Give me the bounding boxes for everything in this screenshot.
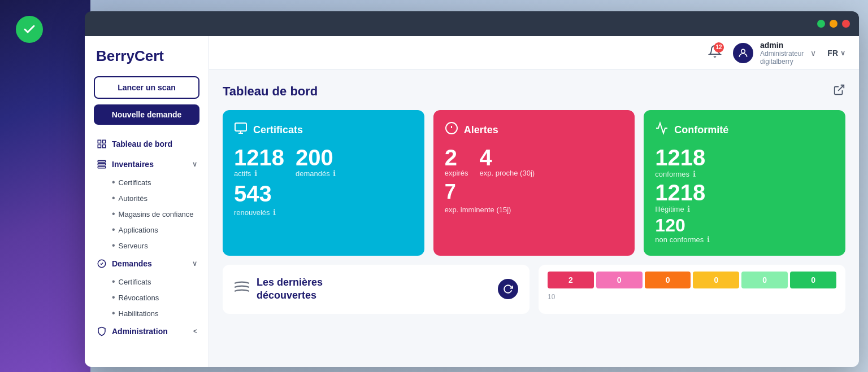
nav-sub-serveurs[interactable]: Serveurs xyxy=(107,238,202,253)
tableau-de-bord-label: Tableau de bord xyxy=(112,139,172,148)
sidebar-item-tableau-de-bord[interactable]: Tableau de bord xyxy=(92,134,202,154)
certificats-numbers: 1218 actifs ℹ 200 demandés ℹ xyxy=(234,146,413,178)
svg-rect-6 xyxy=(98,167,106,168)
sidebar-item-administration[interactable]: Administration < xyxy=(92,321,202,342)
conformite-illegitime-num: 1218 xyxy=(655,180,705,205)
certificats-actifs-group: 1218 actifs ℹ xyxy=(234,146,284,178)
chart-bar-1: 0 xyxy=(596,272,643,288)
certificats-demandes-group: 200 demandés ℹ xyxy=(296,146,336,178)
svg-rect-1 xyxy=(103,140,106,143)
sidebar-item-inventaires[interactable]: Inventaires ∨ xyxy=(92,154,202,174)
actifs-info-icon[interactable]: ℹ xyxy=(254,169,257,178)
conformite-non-conformes-group: 120 non conformes ℹ xyxy=(655,216,834,244)
chart-bar-0: 2 xyxy=(548,272,594,288)
administration-label: Administration xyxy=(112,327,168,336)
main-window: BerryCert Lancer un scan Nouvelle demand… xyxy=(85,11,859,367)
chart-bar-3: 0 xyxy=(693,272,739,288)
inventaires-label: Inventaires xyxy=(112,160,154,169)
language-label: FR xyxy=(827,49,838,58)
alertes-expires-group: 2 expirés xyxy=(445,146,468,177)
logo: BerryCert xyxy=(85,47,209,76)
refresh-button[interactable] xyxy=(498,279,518,299)
titlebar-dot-green[interactable] xyxy=(817,20,825,28)
conformite-illegitime-group: 1218 Illégitime ℹ xyxy=(655,181,834,214)
discovery-card: Les dernières découvertes xyxy=(223,265,530,314)
chart-bar-4: 0 xyxy=(741,272,788,288)
nav-sub-habilitations[interactable]: Habilitations xyxy=(107,305,202,321)
sidebar-buttons: Lancer un scan Nouvelle demande xyxy=(85,76,209,134)
background-decoration xyxy=(0,0,90,372)
user-chevron-icon: ∨ xyxy=(810,49,816,58)
alertes-card-header: Alertes xyxy=(445,121,624,138)
conformite-conformes-group: 1218 conformes ℹ xyxy=(655,146,834,179)
svg-rect-5 xyxy=(98,164,106,165)
right-panel: 12 admin Administrateur digitalberry ∨ xyxy=(209,36,859,367)
alertes-card: Alertes 2 expirés 4 exp. proche (30j) xyxy=(433,110,635,256)
certificats-actifs-label: actifs ℹ xyxy=(234,169,284,178)
nav-sub-certificats-dem[interactable]: Certificats xyxy=(107,274,202,290)
check-button[interactable] xyxy=(16,16,43,43)
certificats-card-header: Certificats xyxy=(234,121,413,138)
user-section[interactable]: admin Administrateur digitalberry ∨ xyxy=(733,41,816,65)
chart-bar-5: 0 xyxy=(790,272,836,288)
user-role: Administrateur digitalberry xyxy=(760,50,804,65)
conformite-illegitime-label: Illégitime ℹ xyxy=(655,205,690,213)
titlebar-dot-red[interactable] xyxy=(842,20,850,28)
language-selector[interactable]: FR ∨ xyxy=(827,49,845,58)
alertes-exp-proche-num: 4 xyxy=(480,146,535,169)
svg-rect-3 xyxy=(98,145,101,148)
illegitime-info-icon[interactable]: ℹ xyxy=(687,204,690,213)
chart-y-label: 10 xyxy=(548,293,836,301)
sidebar: BerryCert Lancer un scan Nouvelle demand… xyxy=(85,36,209,367)
tableau-de-bord-icon xyxy=(96,138,107,150)
nav-sub-revocations[interactable]: Révocations xyxy=(107,290,202,305)
conformite-non-conformes-label: non conformes ℹ xyxy=(655,235,710,244)
demandes-label: Demandes xyxy=(112,259,152,268)
conformite-card-header: Conformité xyxy=(655,121,834,138)
content-area: BerryCert Lancer un scan Nouvelle demand… xyxy=(85,36,859,367)
certificats-demandes-label: demandés ℹ xyxy=(296,169,336,178)
svg-rect-0 xyxy=(98,140,101,143)
user-name: admin xyxy=(760,41,804,50)
bottom-row: Les dernières découvertes 2 xyxy=(223,265,845,314)
svg-rect-2 xyxy=(103,145,106,148)
certificats-demandes-num: 200 xyxy=(296,146,336,169)
nav-sub-applications[interactable]: Applications xyxy=(107,222,202,238)
conformite-icon xyxy=(655,121,669,138)
certificats-icon xyxy=(234,121,248,138)
new-request-button[interactable]: Nouvelle demande xyxy=(94,104,199,125)
alertes-top-numbers: 2 expirés 4 exp. proche (30j) xyxy=(445,146,624,177)
discovery-card-left: Les dernières découvertes xyxy=(234,276,323,303)
main-content: Tableau de bord Certificats xyxy=(209,70,859,367)
conformite-card: Conformité 1218 conformes ℹ 1218 xyxy=(644,110,845,256)
conformes-info-icon[interactable]: ℹ xyxy=(693,169,696,178)
alertes-exp-imminente-num: 7 xyxy=(445,182,456,202)
renouveles-info-icon[interactable]: ℹ xyxy=(273,208,276,217)
alertes-expires-num: 2 xyxy=(445,146,468,169)
titlebar-dot-yellow[interactable] xyxy=(830,20,837,28)
dashboard-header: Tableau de bord xyxy=(223,84,845,99)
alertes-card-title: Alertes xyxy=(464,124,498,136)
nav-sub-autorites[interactable]: Autorités xyxy=(107,190,202,206)
nav-sub-certificats-inv[interactable]: Certificats xyxy=(107,174,202,190)
conformite-conformes-label: conformes ℹ xyxy=(655,170,695,178)
scan-button[interactable]: Lancer un scan xyxy=(94,76,199,99)
demandes-info-icon[interactable]: ℹ xyxy=(333,169,336,178)
alertes-exp-imminente-row: 7 xyxy=(445,182,624,202)
conformite-card-title: Conformité xyxy=(674,124,728,136)
certificats-renouveles-row: 543 xyxy=(234,182,413,205)
header: 12 admin Administrateur digitalberry ∨ xyxy=(209,36,859,70)
external-link-button[interactable] xyxy=(833,84,845,99)
title-bar xyxy=(85,11,859,36)
demandes-chevron: ∨ xyxy=(192,260,197,268)
inventaires-icon xyxy=(96,159,107,170)
notification-badge: 12 xyxy=(714,42,724,52)
notification-button[interactable]: 12 xyxy=(708,45,722,62)
svg-rect-4 xyxy=(98,160,106,162)
conformite-conformes-num: 1218 xyxy=(655,145,705,170)
sidebar-item-demandes[interactable]: Demandes ∨ xyxy=(92,253,202,274)
alertes-exp-proche-group: 4 exp. proche (30j) xyxy=(480,146,535,177)
non-conformes-info-icon[interactable]: ℹ xyxy=(707,235,710,244)
certificats-renouveles-label: renouvelés ℹ xyxy=(234,208,276,217)
nav-sub-magasins[interactable]: Magasins de confiance xyxy=(107,206,202,222)
